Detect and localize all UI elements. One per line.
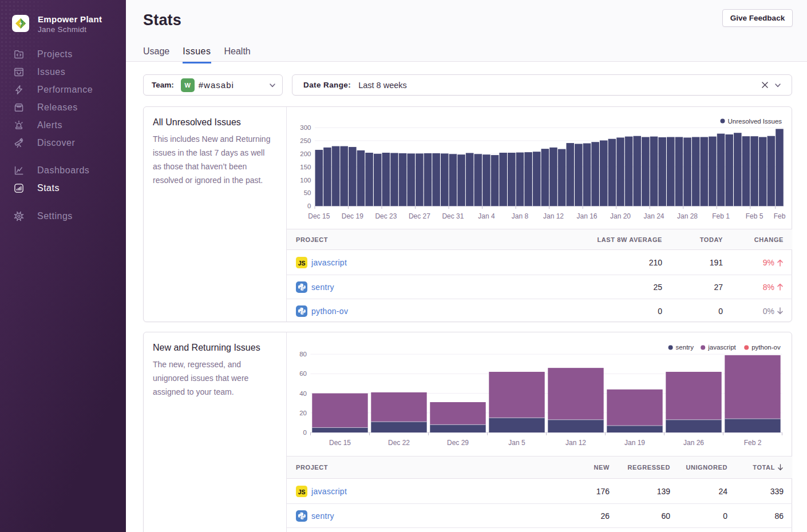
svg-text:200: 200 bbox=[300, 150, 311, 157]
svg-text:Feb: Feb bbox=[774, 212, 786, 220]
svg-text:Jan 8: Jan 8 bbox=[512, 212, 529, 220]
svg-text:Dec 19: Dec 19 bbox=[342, 212, 363, 220]
svg-text:Dec 22: Dec 22 bbox=[388, 439, 410, 447]
svg-text:Dec 15: Dec 15 bbox=[329, 439, 351, 447]
svg-text:python-ov: python-ov bbox=[751, 344, 781, 351]
svg-text:Jan 12: Jan 12 bbox=[543, 212, 564, 220]
svg-text:80: 80 bbox=[299, 351, 307, 358]
svg-text:Jan 4: Jan 4 bbox=[478, 212, 495, 220]
svg-text:Feb 1: Feb 1 bbox=[712, 212, 730, 220]
svg-text:javascript: javascript bbox=[707, 344, 736, 351]
svg-text:Dec 15: Dec 15 bbox=[308, 212, 330, 220]
svg-text:Feb 2: Feb 2 bbox=[744, 439, 762, 447]
svg-text:Jan 26: Jan 26 bbox=[683, 439, 704, 447]
svg-text:300: 300 bbox=[300, 124, 311, 131]
svg-text:0: 0 bbox=[303, 429, 307, 436]
svg-text:JS: JS bbox=[298, 488, 306, 495]
svg-text:Jan 12: Jan 12 bbox=[565, 439, 586, 447]
svg-text:20: 20 bbox=[299, 410, 307, 416]
svg-text:sentry: sentry bbox=[676, 344, 694, 351]
svg-text:JS: JS bbox=[298, 260, 306, 267]
svg-text:Jan 28: Jan 28 bbox=[677, 212, 698, 220]
svg-text:250: 250 bbox=[300, 137, 311, 144]
svg-text:Jan 5: Jan 5 bbox=[508, 439, 525, 447]
svg-text:150: 150 bbox=[300, 164, 311, 170]
svg-text:40: 40 bbox=[299, 390, 307, 397]
svg-text:100: 100 bbox=[300, 177, 311, 184]
svg-text:Unresolved Issues: Unresolved Issues bbox=[728, 118, 782, 125]
svg-text:Dec 31: Dec 31 bbox=[442, 212, 464, 220]
svg-text:60: 60 bbox=[299, 370, 307, 377]
svg-text:0: 0 bbox=[307, 203, 311, 209]
svg-text:50: 50 bbox=[304, 189, 311, 196]
svg-text:Jan 20: Jan 20 bbox=[610, 212, 631, 220]
svg-text:Feb 5: Feb 5 bbox=[746, 212, 764, 220]
svg-text:Dec 29: Dec 29 bbox=[447, 439, 469, 447]
svg-text:Jan 24: Jan 24 bbox=[643, 212, 664, 220]
svg-text:Dec 23: Dec 23 bbox=[375, 212, 397, 220]
svg-text:Dec 27: Dec 27 bbox=[409, 212, 430, 220]
svg-text:Jan 16: Jan 16 bbox=[576, 212, 597, 220]
svg-text:Jan 19: Jan 19 bbox=[624, 439, 645, 447]
